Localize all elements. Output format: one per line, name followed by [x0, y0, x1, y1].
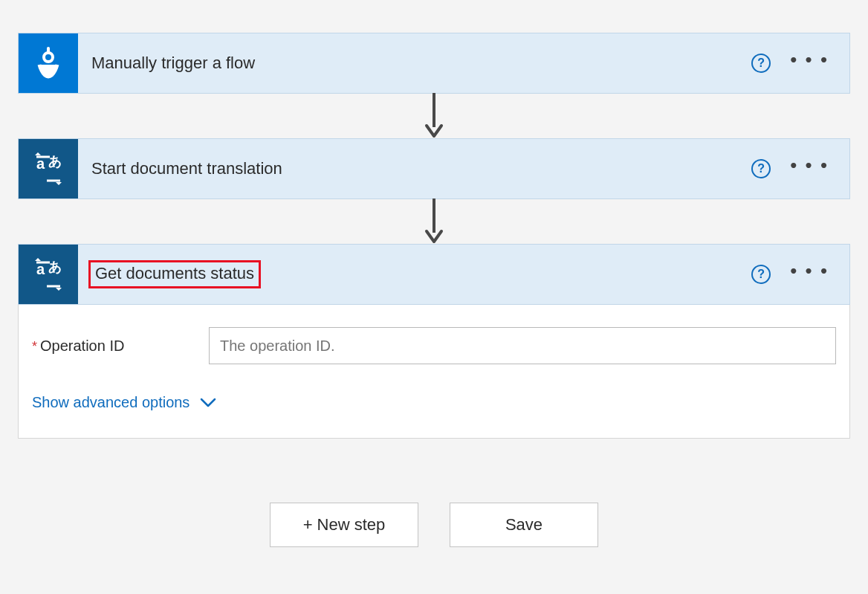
param-label-text: Operation ID: [40, 338, 124, 355]
step-card-get-status[interactable]: a あ Get documents status ? • • •: [18, 244, 850, 305]
step-header-get-status: a あ Get documents status ? • • •: [19, 245, 849, 304]
new-step-button[interactable]: + New step: [270, 503, 418, 547]
more-icon[interactable]: • • •: [790, 59, 829, 67]
trigger-icon: [19, 33, 78, 93]
step-header-start-translation: a あ Start document translation ? • • •: [19, 139, 849, 198]
step-header-trigger: Manually trigger a flow ? • • •: [19, 33, 849, 93]
param-label-operation-id: * Operation ID: [32, 338, 195, 355]
step-actions-trigger: ? • • •: [751, 54, 849, 73]
advanced-options-label: Show advanced options: [32, 394, 190, 411]
connector-arrow: [424, 94, 444, 138]
translator-icon: a あ: [19, 139, 78, 198]
step-actions-get-status: ? • • •: [751, 265, 849, 284]
step-title-start-translation: Start document translation: [78, 159, 751, 178]
step-actions-start-translation: ? • • •: [751, 159, 849, 178]
translator-icon: a あ: [19, 245, 78, 304]
operation-id-input[interactable]: [209, 327, 836, 364]
step-card-trigger[interactable]: Manually trigger a flow ? • • •: [18, 33, 850, 94]
footer-buttons: + New step Save: [270, 503, 598, 547]
param-row-operation-id: * Operation ID: [32, 327, 836, 364]
show-advanced-options-toggle[interactable]: Show advanced options: [32, 394, 216, 411]
step-card-start-translation[interactable]: a あ Start document translation ? • • •: [18, 138, 850, 199]
help-icon[interactable]: ?: [751, 265, 771, 284]
step-title-get-status: Get documents status: [88, 260, 261, 288]
svg-text:あ: あ: [48, 154, 62, 169]
save-button[interactable]: Save: [450, 503, 598, 547]
help-icon[interactable]: ?: [751, 54, 771, 73]
required-marker: *: [32, 339, 37, 355]
flow-designer-canvas: Manually trigger a flow ? • • • a あ: [0, 0, 868, 594]
help-icon[interactable]: ?: [751, 159, 771, 178]
step-body-get-status: * Operation ID Show advanced options: [18, 305, 850, 439]
more-icon[interactable]: • • •: [790, 165, 829, 172]
connector-arrow: [424, 199, 444, 244]
step-title-trigger: Manually trigger a flow: [78, 54, 751, 73]
chevron-down-icon: [200, 398, 216, 408]
more-icon[interactable]: • • •: [790, 271, 829, 278]
svg-text:あ: あ: [48, 259, 62, 274]
flow-column: Manually trigger a flow ? • • • a あ: [0, 33, 868, 547]
